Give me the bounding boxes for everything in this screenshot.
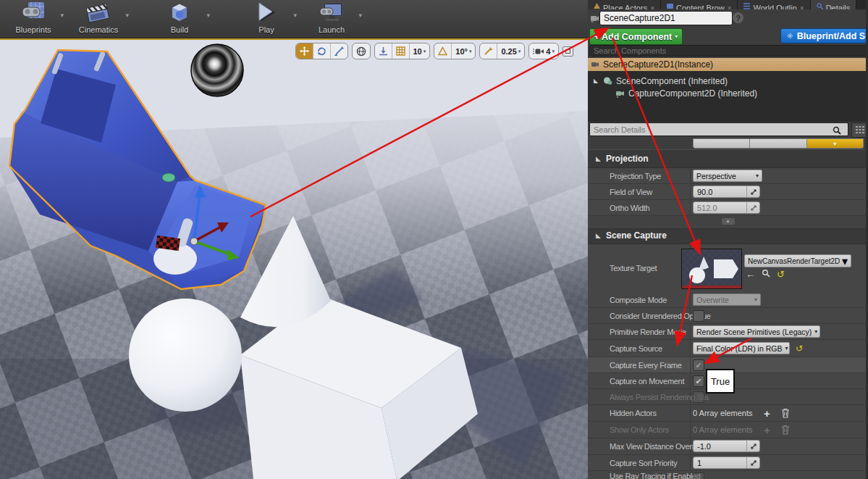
- gizmo-center[interactable]: [190, 238, 198, 245]
- array-elements-text: 0 Array elements: [693, 425, 753, 434]
- capture-sort-priority-spinbox[interactable]: 1: [693, 457, 760, 469]
- texture-target-thumbnail[interactable]: [681, 249, 742, 289]
- browse-asset-icon[interactable]: [762, 269, 770, 279]
- scale-snap-button[interactable]: [480, 43, 497, 59]
- use-selected-asset-icon[interactable]: ←: [746, 270, 755, 279]
- texture-target-dropdown[interactable]: NewCanvasRenderTarget2D ▾: [744, 254, 851, 267]
- tab-close-icon[interactable]: ×: [800, 4, 804, 9]
- add-array-element-icon[interactable]: +: [764, 424, 770, 436]
- rotate-tool-button[interactable]: [313, 43, 331, 59]
- clear-array-icon[interactable]: [781, 425, 790, 438]
- checkbox-tooltip: True: [706, 369, 735, 393]
- play-caret-icon[interactable]: ▾: [293, 12, 297, 19]
- scale-snap-value-button[interactable]: 0.25 ▾: [497, 43, 524, 59]
- show-advanced-button[interactable]: ▼: [722, 218, 735, 225]
- maximize-viewport-button[interactable]: [562, 46, 573, 57]
- build-button[interactable]: Build ▾: [158, 0, 201, 36]
- grid-snap-value-button[interactable]: 10 ▾: [410, 43, 430, 59]
- launch-button[interactable]: Launch ▾: [310, 0, 353, 36]
- mobility-static-button[interactable]: [693, 138, 750, 149]
- scale-snap-caret-icon: ▾: [518, 49, 521, 54]
- viewport-scene: [0, 40, 588, 479]
- scale-icon: [334, 46, 344, 56]
- row-texture-target: Texture Target NewCanvasRenderTarget2D ▾…: [588, 244, 868, 293]
- camera-speed-button[interactable]: 4 ▾: [529, 43, 558, 59]
- add-array-element-icon[interactable]: +: [764, 407, 770, 420]
- blueprints-caret-icon[interactable]: ▾: [60, 12, 64, 19]
- field-of-view-spinbox[interactable]: 90.0: [693, 186, 760, 198]
- capture-on-movement-checkbox[interactable]: ✔: [693, 375, 704, 387]
- launch-label: Launch: [319, 25, 345, 34]
- reset-to-default-icon[interactable]: ↺: [796, 343, 803, 354]
- build-caret-icon[interactable]: ▾: [206, 12, 210, 19]
- build-icon: [168, 1, 191, 25]
- mobility-stationary-button[interactable]: [750, 138, 806, 149]
- viewport-3d[interactable]: 10 ▾ 10° ▾: [0, 40, 588, 479]
- capture-component-icon: [615, 88, 625, 98]
- property-label: Capture on Movement: [610, 377, 684, 386]
- angle-snap-value-button[interactable]: 10° ▾: [452, 43, 475, 59]
- reset-to-default-icon[interactable]: ↺: [777, 270, 785, 279]
- search-details-input[interactable]: [589, 122, 848, 136]
- tab-close-icon[interactable]: ×: [728, 4, 732, 9]
- move-tool-button[interactable]: [296, 43, 313, 59]
- projection-type-dropdown[interactable]: Perspective ▾: [693, 170, 762, 182]
- blueprints-button[interactable]: Blueprints ▾: [12, 0, 55, 36]
- primitive-render-mode-dropdown[interactable]: Render Scene Primitives (Legacy) ▾: [693, 325, 820, 338]
- tab-close-icon[interactable]: ×: [650, 4, 654, 9]
- chevron-down-icon: ▾: [756, 172, 759, 179]
- section-header-projection[interactable]: ◣ Projection: [588, 149, 868, 168]
- capture-every-frame-checkbox[interactable]: ✔: [693, 359, 704, 371]
- launch-caret-icon[interactable]: ▾: [358, 12, 362, 19]
- grid-snap-pill: 10 ▾: [374, 43, 431, 59]
- blueprint-add-script-label: Blueprint/Add Scr: [797, 31, 868, 41]
- check-icon: ✔: [695, 362, 701, 370]
- consider-unrendered-opaque-checkbox[interactable]: [693, 310, 704, 322]
- add-component-button[interactable]: + Add Component ▾: [589, 28, 683, 45]
- clear-array-icon[interactable]: [781, 408, 790, 421]
- chevron-down-icon: ▾: [785, 345, 788, 351]
- tree-row-capture-component[interactable]: CaptureComponent2D (Inherited): [588, 87, 868, 99]
- add-component-caret-icon: ▾: [675, 33, 678, 40]
- camera-speed-value: 4: [546, 47, 550, 56]
- blueprint-add-script-button[interactable]: Blueprint/Add Scr: [780, 28, 868, 43]
- dropdown-value: Perspective: [696, 172, 736, 180]
- help-icon[interactable]: ?: [733, 12, 743, 23]
- tree-collapse-icon[interactable]: ◣: [592, 78, 599, 84]
- coordinate-system-button[interactable]: [353, 43, 370, 59]
- play-button[interactable]: Play ▾: [245, 0, 288, 36]
- composite-mode-dropdown[interactable]: Overwrite ▾: [693, 293, 761, 306]
- angle-snap-button[interactable]: [434, 43, 452, 59]
- chevron-down-icon: ▾: [754, 296, 757, 303]
- ortho-width-spinbox[interactable]: 512.0: [693, 201, 760, 214]
- scale-tool-button[interactable]: [331, 43, 347, 59]
- tab-world-outliner[interactable]: World Outlin ×: [738, 0, 810, 9]
- component-instance-row[interactable]: SceneCapture2D1(Instance): [588, 58, 868, 71]
- tab-content-browser[interactable]: Content Brow ×: [661, 0, 738, 9]
- mobility-movable-button[interactable]: ▼: [807, 138, 864, 149]
- angle-snap-caret-icon: ▾: [469, 49, 472, 54]
- max-view-distance-spinbox[interactable]: -1.0: [693, 440, 760, 452]
- tree-row-scene-component[interactable]: ◣ SceneComponent (Inherited): [588, 75, 868, 87]
- property-label: Show Only Actors: [610, 425, 669, 434]
- mobility-caret-icon: ▼: [833, 141, 838, 146]
- use-ray-tracing-checkbox[interactable]: [693, 472, 704, 479]
- tab-place-actors[interactable]: Place Actors ×: [588, 0, 661, 9]
- check-icon: ✔: [695, 378, 701, 386]
- surface-snap-button[interactable]: [375, 43, 392, 59]
- blueprints-label: Blueprints: [16, 25, 51, 34]
- cinematics-button[interactable]: Cinematics ▾: [77, 0, 120, 36]
- cinematics-caret-icon[interactable]: ▾: [125, 12, 129, 19]
- actor-name-input[interactable]: [599, 11, 733, 25]
- chrome-ball-actor[interactable]: [191, 44, 243, 96]
- grid-view-icon: [856, 126, 864, 135]
- section-header-scene-capture[interactable]: ◣ Scene Capture: [588, 227, 868, 244]
- always-persist-rendering-state-checkbox[interactable]: [693, 391, 704, 403]
- section-expand-icon: ◣: [596, 232, 601, 239]
- grid-snap-button[interactable]: [392, 43, 410, 59]
- capture-source-dropdown[interactable]: Final Color (LDR) in RGB ▾: [693, 342, 790, 354]
- rotate-icon: [317, 46, 326, 56]
- tab-details[interactable]: Details: [811, 0, 857, 9]
- search-components-input[interactable]: [589, 45, 867, 57]
- sphere-mesh[interactable]: [129, 299, 242, 412]
